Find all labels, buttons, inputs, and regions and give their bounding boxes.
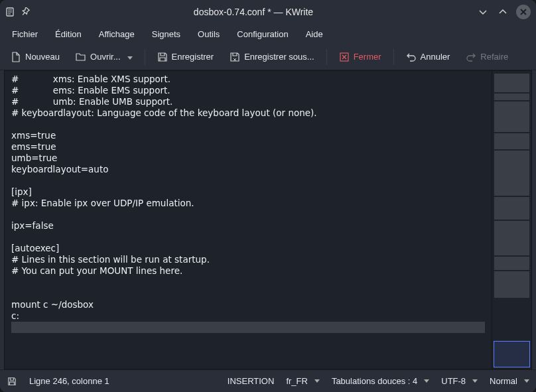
editor-area: # xms: Enable XMS support. # ems: Enable… (4, 70, 532, 369)
redo-icon (466, 52, 476, 62)
menu-settings[interactable]: Configuration (229, 27, 296, 42)
menu-file[interactable]: Fichier (4, 27, 46, 42)
cursor-line (11, 322, 485, 333)
toolbar-separator (145, 49, 145, 65)
encoding-selector[interactable]: UTF-8 (441, 376, 478, 386)
minimap-viewport[interactable] (494, 341, 530, 367)
app-menu-icon[interactable] (5, 7, 16, 17)
minimap-block (494, 94, 529, 100)
close-button-label: Fermer (354, 52, 381, 62)
insert-mode[interactable]: INSERTION (228, 376, 275, 386)
open-button[interactable]: Ouvrir... (69, 48, 139, 66)
minimize-button[interactable] (476, 5, 490, 19)
minimap-block (494, 151, 529, 196)
menu-bookmarks[interactable]: Signets (144, 27, 188, 42)
new-button[interactable]: Nouveau (4, 48, 66, 66)
new-file-icon (11, 52, 21, 62)
save-button-label: Enregistrer (172, 52, 214, 62)
menu-tools[interactable]: Outils (190, 27, 228, 42)
menu-help[interactable]: Aide (298, 27, 331, 42)
pin-icon[interactable] (20, 7, 31, 17)
minimap-block (494, 197, 529, 220)
highlight-selector[interactable]: Normal (490, 376, 529, 386)
tabs-selector[interactable]: Tabulations douces : 4 (332, 376, 429, 386)
save-button[interactable]: Enregistrer (151, 48, 221, 66)
save-icon (157, 52, 168, 62)
toolbar-separator (326, 49, 327, 65)
maximize-button[interactable] (496, 5, 509, 19)
minimap-block (494, 133, 529, 149)
toolbar-separator (393, 49, 394, 65)
open-button-label: Ouvrir... (90, 52, 121, 62)
new-button-label: Nouveau (25, 52, 60, 62)
minimap-block (494, 74, 529, 92)
code-content: # xms: Enable XMS support. # ems: Enable… (11, 74, 317, 321)
minimap-block (494, 257, 529, 270)
app-window: dosbox-0.74.conf * — KWrite Fichier Édit… (0, 0, 536, 392)
save-as-icon (230, 52, 240, 62)
close-icon (339, 52, 350, 62)
locale-selector[interactable]: fr_FR (286, 376, 320, 386)
save-as-button-label: Enregistrer sous... (244, 52, 314, 62)
code-editor[interactable]: # xms: Enable XMS support. # ems: Enable… (5, 71, 492, 369)
menu-view[interactable]: Affichage (91, 27, 143, 42)
minimap-block (494, 101, 529, 132)
close-document-button[interactable]: Fermer (332, 48, 388, 66)
open-folder-icon (76, 52, 86, 62)
chevron-down-icon (125, 52, 133, 62)
window-title: dosbox-0.74.conf * — KWrite (36, 7, 471, 17)
redo-button-label: Refaire (480, 52, 508, 62)
cursor-position[interactable]: Ligne 246, colonne 1 (29, 376, 109, 386)
save-as-button[interactable]: Enregistrer sous... (223, 48, 321, 66)
menubar: Fichier Édition Affichage Signets Outils… (0, 24, 536, 44)
undo-icon (406, 52, 417, 62)
undo-button-label: Annuler (421, 52, 450, 62)
undo-button[interactable]: Annuler (399, 48, 457, 66)
close-window-button[interactable] (516, 5, 531, 19)
titlebar: dosbox-0.74.conf * — KWrite (0, 0, 536, 24)
minimap-block (494, 271, 529, 298)
toolbar: Nouveau Ouvrir... Enregistrer Enregistre… (0, 44, 536, 70)
minimap[interactable] (492, 71, 531, 369)
minimap-block (494, 221, 529, 255)
menu-edit[interactable]: Édition (47, 27, 90, 42)
redo-button: Refaire (459, 48, 515, 66)
save-status-icon[interactable] (7, 376, 17, 387)
statusbar: Ligne 246, colonne 1 INSERTION fr_FR Tab… (0, 369, 536, 392)
